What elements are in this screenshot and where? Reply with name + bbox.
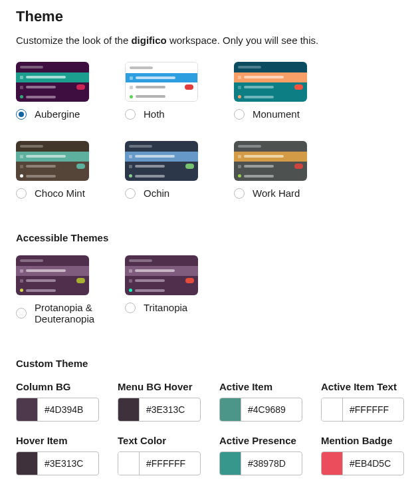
theme-preview-protanopia[interactable] [16,255,89,295]
color-label-mention_badge: Mention Badge [321,435,404,446]
theme-radio-aubergine[interactable] [16,109,27,120]
color-hex-column_bg: #4D394B [38,404,83,415]
color-label-active_presence: Active Presence [219,435,302,446]
color-input-active_presence[interactable]: #38978D [219,451,302,475]
color-input-hover_item[interactable]: #3E313C [16,451,99,475]
accessible-themes-title: Accessible Themes [16,232,404,243]
color-field-active_item_text: Active Item Text#FFFFFF [321,381,404,422]
theme-option-monument[interactable]: Monument [234,62,307,120]
color-field-menu_bg_hover: Menu BG Hover#3E313C [118,381,201,422]
color-swatch-hover_item[interactable] [17,452,38,475]
theme-option-aubergine[interactable]: Aubergine [16,62,89,120]
theme-label-ochin: Ochin [144,188,169,199]
color-label-active_item: Active Item [219,381,302,392]
color-hex-mention_badge: #EB4D5C [343,458,391,469]
theme-preview-aubergine[interactable] [16,62,89,102]
color-swatch-column_bg[interactable] [17,398,38,421]
theme-radio-chocomint[interactable] [16,188,27,199]
theme-radio-hoth[interactable] [125,109,136,120]
color-input-text_color[interactable]: #FFFFFF [118,451,201,475]
theme-label-protanopia: Protanopia & Deuteranopia [35,302,94,324]
theme-radio-tritanopia[interactable] [125,303,136,313]
theme-radio-workhard[interactable] [234,188,245,199]
color-swatch-active_item[interactable] [220,398,241,421]
color-hex-hover_item: #3E313C [38,458,83,469]
color-field-column_bg: Column BG#4D394B [16,381,99,422]
theme-grid: AubergineHothMonumentChoco MintOchinWork… [16,62,404,199]
theme-option-tritanopia[interactable]: Tritanopia [125,255,198,324]
theme-preview-tritanopia[interactable] [125,255,198,295]
theme-preview-chocomint[interactable] [16,141,89,181]
color-label-active_item_text: Active Item Text [321,381,404,392]
color-label-hover_item: Hover Item [16,435,99,446]
accessible-theme-grid: Protanopia & DeuteranopiaTritanopia [16,255,404,324]
theme-label-aubergine: Aubergine [35,108,80,120]
color-field-hover_item: Hover Item#3E313C [16,435,99,475]
theme-option-hoth[interactable]: Hoth [125,62,198,120]
color-input-active_item[interactable]: #4C9689 [219,398,302,422]
theme-radio-ochin[interactable] [125,188,136,199]
color-hex-active_item_text: #FFFFFF [343,404,389,415]
color-label-column_bg: Column BG [16,381,99,392]
theme-option-ochin[interactable]: Ochin [125,141,198,199]
color-swatch-active_presence[interactable] [220,452,241,475]
color-grid: Column BG#4D394BMenu BG Hover#3E313CActi… [16,381,404,475]
color-input-column_bg[interactable]: #4D394B [16,398,99,422]
color-swatch-mention_badge[interactable] [322,452,343,475]
color-input-active_item_text[interactable]: #FFFFFF [321,398,404,422]
theme-preview-ochin[interactable] [125,141,198,181]
color-hex-active_presence: #38978D [241,458,286,469]
color-hex-text_color: #FFFFFF [140,458,185,469]
theme-label-workhard: Work Hard [253,188,300,199]
color-field-active_presence: Active Presence#38978D [219,435,302,475]
theme-preview-hoth[interactable] [125,62,198,102]
theme-label-hoth: Hoth [144,108,165,120]
color-swatch-menu_bg_hover[interactable] [118,398,140,421]
theme-radio-protanopia[interactable] [16,308,27,318]
color-label-menu_bg_hover: Menu BG Hover [118,381,201,392]
color-field-active_item: Active Item#4C9689 [219,381,302,422]
color-label-text_color: Text Color [118,435,201,446]
theme-preview-workhard[interactable] [234,141,307,181]
color-input-menu_bg_hover[interactable]: #3E313C [118,398,201,422]
theme-option-protanopia[interactable]: Protanopia & Deuteranopia [16,255,89,324]
theme-radio-monument[interactable] [234,109,245,120]
color-hex-active_item: #4C9689 [241,404,286,415]
theme-label-chocomint: Choco Mint [35,188,85,199]
color-swatch-active_item_text[interactable] [322,398,343,421]
theme-label-monument: Monument [253,108,300,120]
theme-label-tritanopia: Tritanopia [144,302,187,313]
color-swatch-text_color[interactable] [118,452,140,475]
page-title: Theme [16,8,404,25]
page-subtitle: Customize the look of the digifico works… [16,35,404,46]
color-input-mention_badge[interactable]: #EB4D5C [321,451,404,475]
color-hex-menu_bg_hover: #3E313C [140,404,185,415]
color-field-mention_badge: Mention Badge#EB4D5C [321,435,404,475]
color-field-text_color: Text Color#FFFFFF [118,435,201,475]
theme-option-workhard[interactable]: Work Hard [234,141,307,199]
theme-option-chocomint[interactable]: Choco Mint [16,141,89,199]
theme-preview-monument[interactable] [234,62,307,102]
custom-theme-title: Custom Theme [16,358,404,369]
